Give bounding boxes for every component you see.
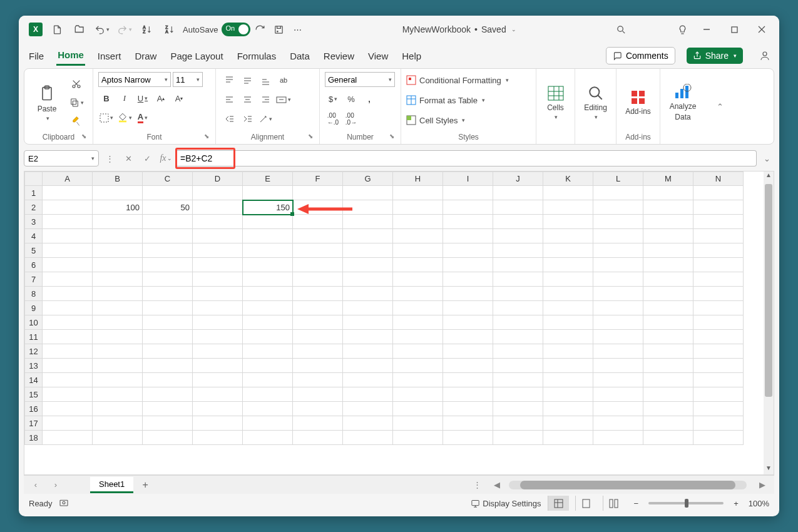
comma-style-icon[interactable]: , — [361, 91, 377, 107]
cell[interactable] — [543, 387, 593, 402]
cell[interactable] — [193, 229, 243, 243]
close-button[interactable] — [749, 20, 774, 39]
tab-insert[interactable]: Insert — [96, 47, 123, 65]
cell[interactable] — [443, 431, 493, 445]
cell[interactable] — [143, 416, 193, 431]
cell[interactable] — [243, 402, 293, 416]
cell[interactable] — [493, 287, 543, 301]
number-dialog-launcher[interactable]: ⬊ — [389, 133, 398, 141]
cell[interactable] — [293, 215, 343, 229]
cell[interactable] — [243, 373, 293, 387]
cell[interactable] — [643, 200, 693, 215]
cell[interactable] — [43, 229, 93, 243]
save-icon[interactable] — [269, 20, 288, 39]
wrap-text-icon[interactable]: ab — [275, 72, 292, 88]
cell[interactable] — [493, 359, 543, 373]
page-break-view-icon[interactable] — [603, 496, 624, 511]
cell[interactable] — [193, 272, 243, 287]
cell[interactable] — [93, 315, 143, 330]
cell[interactable] — [493, 243, 543, 258]
cell[interactable] — [143, 186, 193, 200]
cell[interactable] — [393, 431, 443, 445]
expand-formula-bar-icon[interactable]: ⌄ — [759, 154, 774, 163]
cell[interactable] — [593, 344, 643, 359]
paste-button[interactable]: Paste ▾ — [29, 81, 64, 124]
cell[interactable] — [643, 344, 693, 359]
account-icon[interactable] — [759, 50, 770, 61]
select-all-corner[interactable] — [25, 172, 43, 186]
cell[interactable] — [343, 315, 393, 330]
cell[interactable] — [143, 387, 193, 402]
increase-decimal-icon[interactable]: .00←.0 — [325, 111, 341, 127]
cell[interactable] — [43, 243, 93, 258]
cell[interactable] — [493, 431, 543, 445]
currency-icon[interactable]: $▾ — [325, 91, 341, 107]
cell[interactable] — [43, 402, 93, 416]
cell[interactable] — [243, 229, 293, 243]
cell[interactable] — [243, 215, 293, 229]
cell[interactable] — [443, 402, 493, 416]
cell[interactable] — [693, 301, 744, 315]
cell[interactable] — [593, 416, 643, 431]
cut-icon[interactable] — [68, 76, 84, 92]
align-middle-icon[interactable] — [239, 72, 255, 88]
cell[interactable] — [643, 186, 693, 200]
tab-data[interactable]: Data — [289, 47, 311, 65]
cell[interactable] — [643, 272, 693, 287]
row-header[interactable]: 9 — [25, 301, 43, 315]
cell[interactable] — [143, 229, 193, 243]
cell[interactable] — [43, 258, 93, 272]
cell[interactable] — [293, 330, 343, 344]
cell[interactable] — [243, 387, 293, 402]
more-options-icon[interactable]: ⋮ — [101, 150, 118, 166]
name-box[interactable]: E2▾ — [24, 150, 99, 166]
cell[interactable] — [443, 215, 493, 229]
add-sheet-icon[interactable]: + — [137, 479, 153, 491]
cell[interactable] — [293, 315, 343, 330]
cell[interactable] — [493, 416, 543, 431]
cell[interactable] — [693, 186, 744, 200]
formula-input[interactable]: =B2+C2 — [176, 150, 757, 166]
cell[interactable] — [143, 431, 193, 445]
cell[interactable] — [543, 402, 593, 416]
cell[interactable] — [293, 344, 343, 359]
cell[interactable] — [643, 387, 693, 402]
cell[interactable] — [543, 287, 593, 301]
cell[interactable] — [543, 258, 593, 272]
cell[interactable] — [443, 387, 493, 402]
scroll-up-icon[interactable]: ▲ — [764, 171, 774, 182]
cell[interactable] — [643, 373, 693, 387]
cell[interactable] — [343, 402, 393, 416]
cell[interactable] — [43, 301, 93, 315]
cell[interactable] — [193, 186, 243, 200]
cell[interactable] — [643, 215, 693, 229]
qat-customize-icon[interactable]: ⋯ — [288, 20, 307, 39]
cell[interactable] — [343, 344, 393, 359]
cell[interactable] — [393, 359, 443, 373]
cell[interactable] — [293, 416, 343, 431]
row-header[interactable]: 1 — [25, 186, 43, 200]
cell[interactable] — [93, 301, 143, 315]
font-color-icon[interactable]: A▾ — [135, 110, 151, 126]
tab-draw[interactable]: Draw — [133, 47, 158, 65]
cell[interactable] — [293, 200, 343, 215]
cell[interactable] — [593, 359, 643, 373]
conditional-formatting-button[interactable]: Conditional Formatting▾ — [406, 72, 509, 88]
cell[interactable] — [343, 272, 393, 287]
cell[interactable] — [693, 387, 744, 402]
cell[interactable] — [193, 330, 243, 344]
zoom-handle[interactable] — [685, 499, 688, 508]
cell[interactable] — [543, 431, 593, 445]
tab-file[interactable]: File — [28, 47, 45, 65]
cell[interactable] — [693, 402, 744, 416]
decrease-decimal-icon[interactable]: .00.0→ — [343, 111, 359, 127]
cell[interactable] — [543, 243, 593, 258]
new-file-icon[interactable] — [48, 20, 66, 39]
cell[interactable] — [293, 186, 343, 200]
cell[interactable] — [343, 431, 393, 445]
cell[interactable] — [493, 301, 543, 315]
cell[interactable] — [193, 215, 243, 229]
cell[interactable] — [93, 287, 143, 301]
lightbulb-icon[interactable] — [673, 20, 692, 39]
cell[interactable] — [593, 402, 643, 416]
